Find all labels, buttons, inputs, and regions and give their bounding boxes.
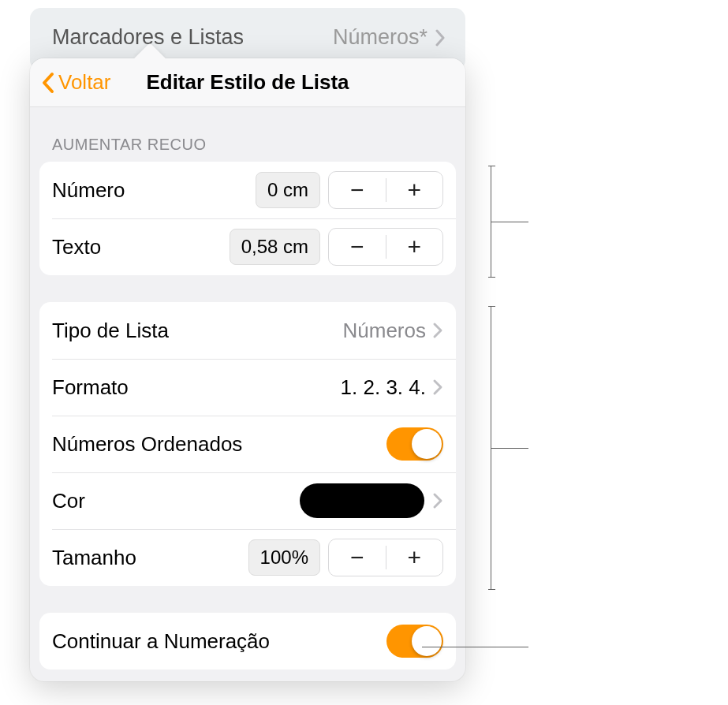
ordered-numbers-toggle[interactable] [386,427,443,461]
popover-title: Editar Estilo de Lista [146,70,349,95]
text-indent-label: Texto [52,235,230,259]
continue-numbering-row: Continuar a Numeração [39,613,456,670]
edit-list-style-popover: Voltar Editar Estilo de Lista Aumentar R… [30,58,465,681]
size-value[interactable]: 100% [248,539,320,576]
size-stepper: − + [328,539,443,576]
size-label: Tamanho [52,546,248,570]
number-indent-label: Número [52,178,256,203]
minus-icon: − [350,233,364,260]
chevron-right-icon [432,322,443,339]
number-indent-row: Número 0 cm − + [39,162,456,218]
indent-section-header: Aumentar Recuo [30,107,465,162]
text-indent-increase-button[interactable]: + [386,229,443,265]
back-label: Voltar [58,70,111,95]
continue-numbering-group: Continuar a Numeração [39,613,456,670]
color-row[interactable]: Cor [39,472,456,529]
size-row: Tamanho 100% − + [39,529,456,586]
text-indent-row: Texto 0,58 cm − + [39,218,456,275]
ordered-numbers-label: Números Ordenados [52,432,386,457]
number-indent-stepper: − + [328,171,443,209]
color-swatch [300,483,424,518]
list-type-row[interactable]: Tipo de Lista Números [39,302,456,359]
continue-numbering-toggle[interactable] [386,625,443,658]
toggle-knob [412,626,442,656]
number-indent-value[interactable]: 0 cm [256,172,320,208]
plus-icon: + [407,177,421,203]
ordered-numbers-row: Números Ordenados [39,416,456,472]
list-type-value: Números [343,319,426,343]
size-decrease-button[interactable]: − [329,539,386,576]
toggle-knob [412,429,442,459]
size-increase-button[interactable]: + [386,539,443,576]
format-label: Formato [52,375,341,400]
callout-leader-mid [491,448,528,449]
list-type-label: Tipo de Lista [52,319,343,343]
format-row[interactable]: Formato 1. 2. 3. 4. [39,359,456,416]
chevron-right-icon [432,492,443,509]
callout-leader-bottom [422,647,528,647]
bullets-lists-value-wrap[interactable]: Números* [333,25,445,50]
minus-icon: − [350,177,364,203]
chevron-left-icon [41,72,55,94]
callout-leader-top [491,222,528,222]
continue-numbering-label: Continuar a Numeração [52,629,386,654]
chevron-right-icon [435,29,445,47]
plus-icon: + [407,233,421,260]
back-button[interactable]: Voltar [41,58,111,106]
color-label: Cor [52,489,300,513]
minus-icon: − [350,544,364,571]
text-indent-stepper: − + [328,228,443,266]
text-indent-value[interactable]: 0,58 cm [230,229,320,265]
plus-icon: + [407,544,421,571]
list-properties-group: Tipo de Lista Números Formato 1. 2. 3. 4… [39,302,456,586]
format-value: 1. 2. 3. 4. [341,375,426,400]
text-indent-decrease-button[interactable]: − [329,229,386,265]
bullets-lists-value: Números* [333,25,427,50]
popover-header: Voltar Editar Estilo de Lista [30,58,465,107]
number-indent-decrease-button[interactable]: − [329,172,386,208]
indent-group: Número 0 cm − + Texto 0,58 cm − + [39,162,456,275]
number-indent-increase-button[interactable]: + [386,172,443,208]
chevron-right-icon [432,379,443,396]
